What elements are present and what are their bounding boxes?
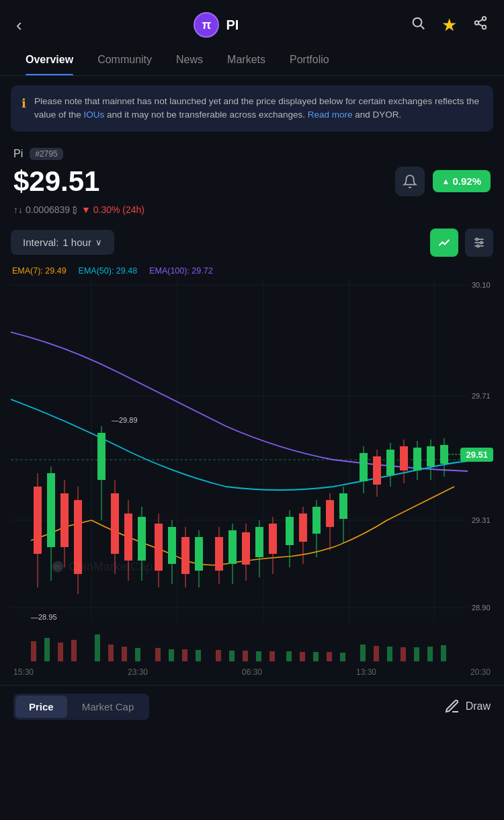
time-label-5: 20:30 [470, 667, 491, 677]
svg-rect-106 [269, 651, 275, 661]
svg-rect-114 [387, 647, 392, 661]
svg-rect-102 [216, 650, 221, 661]
svg-text:28.90: 28.90 [472, 604, 491, 612]
volume-area [11, 628, 493, 665]
svg-rect-56 [255, 527, 263, 557]
header-right: ★ [411, 15, 488, 36]
info-banner: ℹ Please note that mainnet has not launc… [11, 85, 493, 132]
header-center: π PI [194, 12, 239, 38]
draw-button[interactable]: Draw [444, 698, 491, 714]
svg-text:30.10: 30.10 [472, 281, 491, 289]
svg-rect-110 [327, 652, 332, 661]
svg-rect-26 [47, 473, 55, 547]
read-more-link[interactable]: Read more [308, 110, 353, 120]
svg-rect-80 [427, 446, 435, 466]
svg-text:—29.89: —29.89 [112, 416, 138, 424]
svg-rect-70 [360, 453, 368, 481]
svg-rect-68 [339, 493, 347, 519]
svg-rect-115 [401, 647, 406, 661]
svg-rect-111 [340, 653, 345, 661]
svg-point-3 [475, 21, 479, 25]
alert-bell-button[interactable] [395, 167, 425, 196]
tab-overview[interactable]: Overview [13, 44, 85, 75]
back-button[interactable]: ‹ [16, 15, 22, 36]
svg-rect-52 [228, 530, 237, 564]
svg-text:29.71: 29.71 [472, 392, 491, 400]
interval-row: Interval: 1 hour ∨ [0, 224, 504, 262]
svg-rect-105 [256, 651, 261, 661]
search-icon[interactable] [411, 15, 425, 34]
chart-area[interactable]: —29.89 —28.95 [11, 278, 493, 628]
svg-rect-62 [299, 514, 307, 542]
price-controls: ▲ 0.92% [395, 167, 491, 196]
svg-rect-28 [60, 493, 69, 547]
share-icon[interactable] [473, 15, 488, 34]
btc-price: ↑↓ 0.0006839 ₿ [13, 204, 77, 215]
btc-price-row: ↑↓ 0.0006839 ₿ ▼ 0.30% (24h) [0, 203, 504, 224]
time-label-3: 06:30 [242, 667, 262, 677]
line-chart-button[interactable] [430, 229, 458, 257]
svg-rect-43 [168, 527, 176, 564]
svg-rect-92 [58, 643, 63, 661]
svg-point-0 [413, 18, 422, 27]
svg-rect-112 [360, 645, 366, 661]
svg-point-12 [477, 245, 479, 247]
coin-rank: #2795 [30, 148, 62, 160]
svg-rect-39 [138, 517, 146, 561]
favorite-icon[interactable]: ★ [442, 15, 457, 36]
svg-rect-113 [374, 646, 379, 661]
svg-rect-109 [313, 652, 319, 661]
banner-text: Please note that mainnet has not launche… [34, 95, 482, 122]
svg-point-10 [476, 238, 478, 240]
watermark: m CoinMarketCap [51, 560, 153, 574]
ema7-label: EMA(7): 29.49 [12, 266, 67, 276]
tab-news[interactable]: News [164, 44, 215, 75]
svg-rect-99 [169, 649, 174, 661]
svg-rect-45 [181, 537, 190, 574]
btc-change: ▼ 0.30% (24h) [81, 204, 144, 215]
svg-rect-41 [155, 524, 163, 571]
svg-text:—28.95: —28.95 [31, 613, 57, 621]
svg-text:29.31: 29.31 [472, 516, 491, 524]
tab-community[interactable]: Community [85, 44, 164, 75]
svg-rect-78 [413, 448, 421, 470]
svg-rect-35 [111, 493, 119, 554]
svg-rect-100 [182, 649, 187, 661]
svg-rect-47 [195, 537, 203, 571]
svg-rect-94 [95, 634, 100, 661]
svg-rect-116 [414, 647, 419, 661]
svg-rect-108 [300, 652, 305, 661]
ious-link[interactable]: IOUs [84, 110, 105, 120]
time-label-4: 13:30 [356, 667, 376, 677]
draw-label: Draw [466, 700, 491, 712]
tab-markets[interactable]: Markets [215, 44, 278, 75]
change-arrow: ▲ [442, 177, 450, 186]
pi-logo: π [194, 12, 219, 38]
ema100-label: EMA(100): 29.72 [149, 266, 213, 276]
svg-rect-24 [34, 487, 42, 554]
svg-rect-90 [31, 641, 36, 661]
chart-controls [430, 229, 493, 257]
tab-portfolio[interactable]: Portfolio [278, 44, 341, 75]
ema50-label: EMA(50): 29.48 [79, 266, 138, 276]
header-left: ‹ [16, 15, 22, 36]
svg-line-1 [421, 26, 424, 29]
svg-text:m: m [54, 563, 60, 571]
svg-rect-32 [97, 433, 106, 480]
svg-rect-107 [286, 651, 292, 661]
market-cap-tab-button[interactable]: Market Cap [69, 696, 148, 718]
svg-rect-118 [441, 645, 446, 661]
price-tab-button[interactable]: Price [15, 696, 67, 718]
header: ‹ π PI ★ [0, 0, 504, 44]
settings-button[interactable] [465, 229, 493, 257]
svg-rect-64 [312, 507, 321, 534]
coin-name: Pi [13, 148, 23, 160]
interval-selector[interactable]: Interval: 1 hour ∨ [11, 230, 114, 255]
svg-rect-104 [243, 651, 248, 661]
svg-rect-66 [326, 500, 334, 527]
svg-line-6 [478, 19, 482, 22]
logo-symbol: π [202, 18, 211, 32]
svg-rect-98 [155, 648, 161, 661]
svg-rect-58 [269, 524, 277, 554]
time-labels: 15:30 23:30 06:30 13:30 20:30 [0, 665, 504, 680]
